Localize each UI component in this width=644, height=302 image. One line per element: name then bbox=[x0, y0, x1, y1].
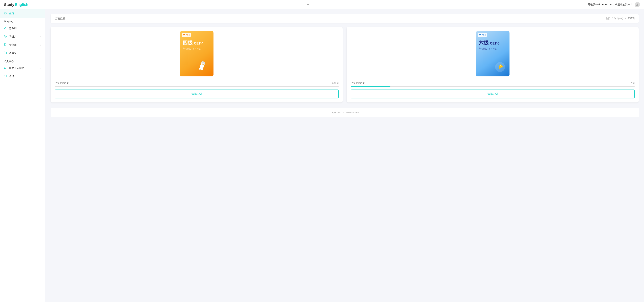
home-icon bbox=[4, 12, 7, 15]
cet6-subtitle: 考纲词汇 bbox=[479, 47, 487, 50]
breadcrumb-current: 当前位置 bbox=[55, 17, 66, 20]
cet6-progress-count: 1/7词 bbox=[630, 82, 634, 85]
cet6-btn-area: 选择六级 bbox=[347, 87, 639, 102]
sidebar-item-logout[interactable]: 退出 › bbox=[0, 72, 45, 80]
books-icon bbox=[4, 43, 7, 47]
vocab-arrow: › bbox=[40, 27, 41, 30]
cet4-image-area: 扇贝 四级 CET-4 考纲词汇 （2020版） bbox=[51, 27, 343, 79]
sidebar-item-vocab[interactable]: 背单词 › bbox=[0, 24, 45, 33]
breadcrumb-home[interactable]: 主页 bbox=[606, 17, 610, 20]
cet6-card: 扇贝 六级 CET-6 考纲词汇 （2020版） bbox=[347, 27, 639, 102]
cet6-pen-icon bbox=[494, 60, 507, 74]
vocab-icon bbox=[4, 27, 7, 30]
listening-arrow: › bbox=[40, 36, 41, 38]
cet4-badge: 扇贝 bbox=[182, 33, 191, 37]
cet6-select-button[interactable]: 选择六级 bbox=[351, 90, 634, 98]
favorites-arrow: › bbox=[40, 52, 41, 54]
header-user-area: 尊敬的Weirdchun123，欢迎您的到来！ bbox=[588, 2, 640, 8]
profile-label: 修改个人信息 bbox=[9, 67, 38, 70]
cet4-info: 已完成的进度 0/12词 bbox=[51, 79, 343, 87]
footer-copyright: Copyright © 2020 Weirdchun bbox=[331, 111, 359, 114]
cet6-badge: 扇贝 bbox=[478, 33, 487, 37]
sidebar-item-books[interactable]: 看书籍 › bbox=[0, 41, 45, 49]
sidebar-item-profile[interactable]: 修改个人信息 › bbox=[0, 64, 45, 72]
cet6-book-cover[interactable]: 扇贝 六级 CET-6 考纲词汇 （2020版） bbox=[476, 31, 510, 76]
sidebar-section-personal: 个人中心 bbox=[0, 57, 45, 64]
footer: Copyright © 2020 Weirdchun bbox=[51, 108, 639, 117]
svg-point-0 bbox=[637, 4, 638, 5]
main-content: 当前位置 主页 / 学习中心 / 背单词 扇贝 bbox=[45, 10, 644, 302]
vocab-label: 背单词 bbox=[9, 27, 38, 30]
logout-icon bbox=[4, 75, 7, 78]
header-welcome-text: 尊敬的Weirdchun123，欢迎您的到来！ bbox=[588, 3, 632, 6]
sidebar-section-study: 学习中心 bbox=[0, 18, 45, 24]
logo-english: English bbox=[15, 3, 28, 7]
favorites-icon bbox=[4, 51, 7, 55]
main-layout: 主页 学习中心 背单词 › 听听力 › 看书籍 › bbox=[0, 0, 644, 302]
books-label: 看书籍 bbox=[9, 43, 38, 47]
cet4-progress-count: 0/12词 bbox=[332, 82, 338, 85]
listening-label: 听听力 bbox=[9, 35, 38, 38]
breadcrumb-study-center[interactable]: 学习中心 bbox=[614, 17, 624, 20]
cet6-year: （2020版） bbox=[488, 48, 498, 50]
sidebar: 主页 学习中心 背单词 › 听听力 › 看书籍 › bbox=[0, 10, 45, 302]
cet4-pencil-icon bbox=[198, 60, 211, 74]
sidebar-item-favorites[interactable]: 收藏夹 › bbox=[0, 49, 45, 57]
svg-rect-2 bbox=[4, 12, 6, 12]
logo-study: Study bbox=[4, 3, 14, 7]
cet6-image-area: 扇贝 六级 CET-6 考纲词汇 （2020版） bbox=[347, 27, 639, 79]
logout-arrow: › bbox=[40, 75, 41, 78]
profile-icon bbox=[4, 66, 7, 70]
cards-container: 扇贝 四级 CET-4 考纲词汇 （2020版） bbox=[51, 27, 639, 102]
sidebar-item-home[interactable]: 主页 bbox=[0, 10, 45, 18]
cet4-book-cover[interactable]: 扇贝 四级 CET-4 考纲词汇 （2020版） bbox=[180, 31, 214, 76]
favorites-label: 收藏夹 bbox=[9, 52, 38, 55]
cet4-select-button[interactable]: 选择四级 bbox=[55, 90, 338, 98]
listening-icon bbox=[4, 35, 7, 38]
breadcrumb-path: 主页 / 学习中心 / 背单词 bbox=[606, 17, 634, 20]
menu-icon[interactable]: ≡ bbox=[307, 3, 309, 7]
sidebar-item-listening[interactable]: 听听力 › bbox=[0, 33, 45, 41]
logout-label: 退出 bbox=[9, 75, 38, 78]
cet6-progress-label: 已完成的进度 bbox=[351, 82, 365, 85]
breadcrumb-bar: 当前位置 主页 / 学习中心 / 背单词 bbox=[51, 14, 639, 23]
cet4-btn-area: 选择四级 bbox=[51, 87, 343, 102]
breadcrumb-vocab: 背单词 bbox=[628, 17, 634, 20]
cet4-year: （2020版） bbox=[192, 48, 202, 50]
app-header: Study English ≡ 尊敬的Weirdchun123，欢迎您的到来！ bbox=[0, 0, 644, 10]
app-logo: Study English bbox=[4, 3, 28, 7]
cet6-info: 已完成的进度 1/7词 bbox=[347, 79, 639, 87]
cet6-title-code: CET-6 bbox=[490, 42, 500, 45]
user-avatar[interactable] bbox=[634, 2, 640, 8]
sidebar-home-label: 主页 bbox=[9, 12, 41, 15]
svg-point-4 bbox=[4, 35, 6, 37]
svg-rect-3 bbox=[4, 13, 6, 14]
books-arrow: › bbox=[40, 44, 41, 46]
cet4-progress-label: 已完成的进度 bbox=[55, 82, 69, 85]
cet4-card: 扇贝 四级 CET-4 考纲词汇 （2020版） bbox=[51, 27, 343, 102]
cet4-title-code: CET-4 bbox=[194, 42, 204, 45]
cet4-title-big: 四级 bbox=[183, 40, 193, 46]
cet4-subtitle: 考纲词汇 bbox=[183, 47, 191, 50]
profile-arrow: › bbox=[40, 67, 41, 69]
svg-point-14 bbox=[500, 66, 501, 67]
svg-rect-1 bbox=[4, 13, 6, 13]
cet6-title-big: 六级 bbox=[479, 40, 489, 46]
